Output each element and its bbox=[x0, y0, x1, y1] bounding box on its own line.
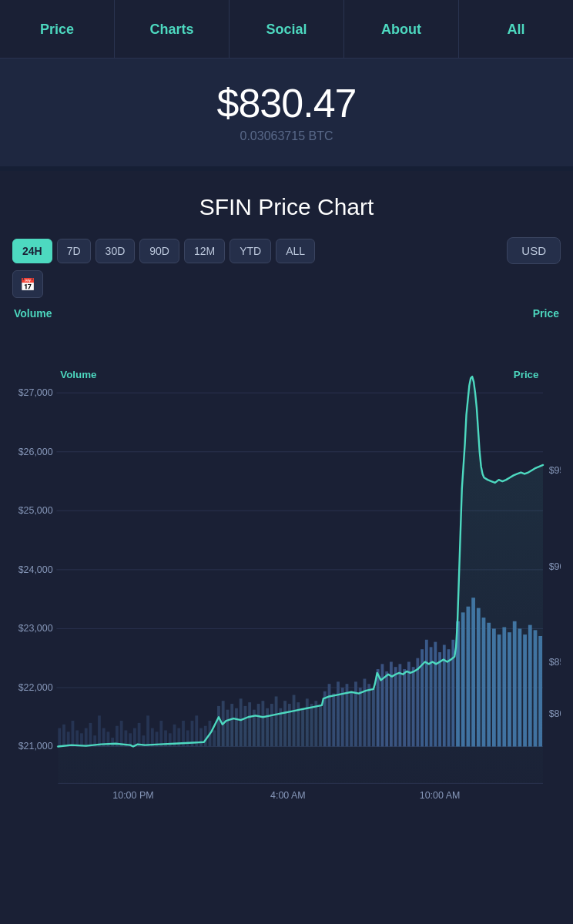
svg-text:10:00 AM: 10:00 AM bbox=[420, 790, 461, 801]
svg-rect-8 bbox=[62, 725, 65, 747]
svg-text:4:00 AM: 4:00 AM bbox=[270, 790, 306, 801]
svg-rect-14 bbox=[89, 723, 92, 747]
svg-text:$22,000: $22,000 bbox=[18, 682, 53, 693]
price-chart-svg: $27,000 $26,000 $25,000 $24,000 $23,000 … bbox=[12, 346, 561, 823]
svg-rect-9 bbox=[67, 732, 70, 746]
filter-ytd[interactable]: YTD bbox=[230, 239, 271, 263]
svg-text:$850: $850 bbox=[549, 657, 561, 668]
svg-rect-25 bbox=[138, 723, 141, 747]
price-header: $830.47 0.03063715 BTC bbox=[0, 59, 573, 171]
calendar-icon: 📅 bbox=[20, 277, 35, 292]
tab-navigation: Price Charts Social About All bbox=[0, 0, 573, 59]
chart-section: SFIN Price Chart 24H 7D 30D 90D 12M YTD … bbox=[0, 171, 573, 823]
svg-rect-16 bbox=[98, 715, 101, 746]
svg-text:$23,000: $23,000 bbox=[18, 623, 53, 634]
volume-axis-title: Volume bbox=[14, 307, 52, 320]
svg-text:$21,000: $21,000 bbox=[18, 741, 53, 752]
svg-text:$26,000: $26,000 bbox=[18, 447, 53, 457]
price-usd: $830.47 bbox=[15, 80, 558, 126]
svg-rect-27 bbox=[146, 715, 149, 746]
filter-all[interactable]: ALL bbox=[276, 239, 315, 263]
svg-rect-13 bbox=[85, 728, 88, 747]
svg-text:$800: $800 bbox=[549, 708, 561, 719]
tab-price[interactable]: Price bbox=[0, 0, 115, 58]
svg-rect-30 bbox=[159, 721, 163, 746]
tab-social[interactable]: Social bbox=[230, 0, 344, 58]
svg-text:$900: $900 bbox=[549, 561, 561, 572]
svg-text:$24,000: $24,000 bbox=[18, 564, 53, 575]
filter-30d[interactable]: 30D bbox=[96, 239, 136, 263]
chart-area: $27,000 $26,000 $25,000 $24,000 $23,000 … bbox=[12, 346, 561, 823]
tab-all[interactable]: All bbox=[459, 0, 573, 58]
svg-text:$950: $950 bbox=[549, 465, 561, 476]
chart-wrapper: Volume Price bbox=[12, 306, 561, 823]
svg-rect-24 bbox=[133, 728, 136, 747]
filter-90d[interactable]: 90D bbox=[139, 239, 179, 263]
calendar-row: 📅 bbox=[12, 270, 561, 298]
price-btc: 0.03063715 BTC bbox=[15, 129, 558, 143]
svg-text:$25,000: $25,000 bbox=[18, 505, 53, 516]
svg-rect-21 bbox=[120, 721, 123, 746]
tab-about[interactable]: About bbox=[344, 0, 459, 58]
time-filter-group: 24H 7D 30D 90D 12M YTD ALL bbox=[12, 239, 315, 263]
svg-rect-12 bbox=[80, 733, 83, 746]
svg-rect-7 bbox=[58, 728, 61, 747]
calendar-button[interactable]: 📅 bbox=[12, 270, 43, 298]
axis-titles: Volume Price bbox=[12, 324, 561, 340]
svg-text:$27,000: $27,000 bbox=[18, 387, 53, 398]
filter-12m[interactable]: 12M bbox=[184, 239, 225, 263]
svg-text:Volume: Volume bbox=[60, 369, 96, 380]
svg-text:Price: Price bbox=[514, 369, 539, 380]
filter-7d[interactable]: 7D bbox=[57, 239, 91, 263]
currency-selector[interactable]: USD bbox=[507, 237, 561, 264]
price-axis-title: Price bbox=[533, 307, 559, 320]
svg-text:10:00 PM: 10:00 PM bbox=[112, 790, 153, 801]
tab-charts[interactable]: Charts bbox=[115, 0, 230, 58]
chart-title: SFIN Price Chart bbox=[12, 194, 561, 220]
svg-rect-11 bbox=[75, 730, 79, 746]
filter-24h[interactable]: 24H bbox=[12, 239, 52, 263]
svg-rect-10 bbox=[72, 721, 75, 746]
filter-row: 24H 7D 30D 90D 12M YTD ALL USD bbox=[12, 237, 561, 264]
